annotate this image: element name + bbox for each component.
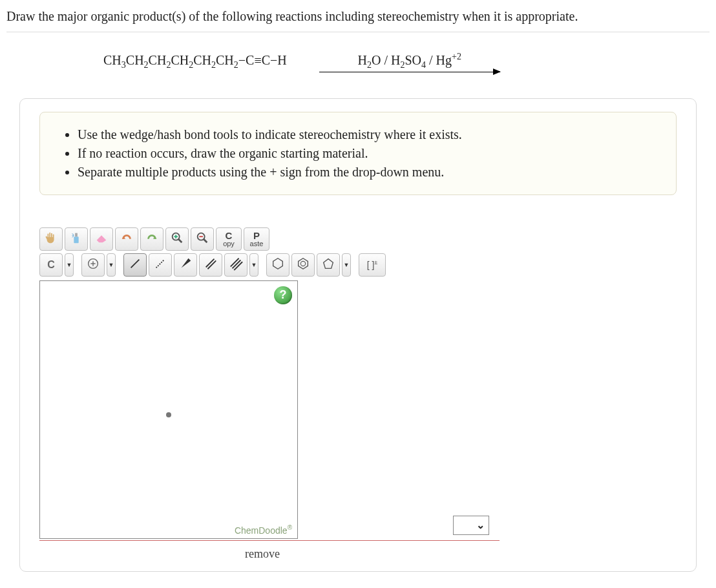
paste-label-bottom: aste — [250, 240, 264, 247]
pentagon-icon — [321, 257, 335, 273]
help-button[interactable]: ? — [274, 286, 292, 304]
copy-label-bottom: opy — [223, 240, 235, 247]
chevron-down-icon: ▼ — [251, 262, 257, 268]
zoom-in-icon — [170, 231, 184, 247]
reaction-scheme: CH3CH2CH2CH2CH2CH2−C≡C−H H2O / H2SO4 / H… — [103, 52, 710, 72]
chemdoodle-brand: ChemDoodle® — [235, 524, 292, 536]
copy-label-top: C — [226, 231, 233, 240]
recessed-bond-tool[interactable] — [149, 253, 172, 277]
zoom-out-button[interactable] — [191, 227, 214, 251]
cyclohexane-tool[interactable] — [266, 253, 290, 277]
question-text: Draw the major organic product(s) of the… — [6, 5, 710, 32]
reaction-conditions: H2O / H2SO4 / Hg+2 — [358, 52, 461, 70]
svg-marker-20 — [299, 258, 308, 269]
reactant-formula: CH3CH2CH2CH2CH2CH2−C≡C−H — [103, 53, 287, 70]
svg-line-7 — [204, 238, 207, 242]
bracket-tool[interactable]: [ ]± — [359, 253, 386, 277]
instructions-list: Use the wedge/hash bond tools to indicat… — [59, 125, 657, 182]
move-tool[interactable] — [39, 227, 63, 251]
drawing-canvas[interactable]: ? ChemDoodle® — [39, 280, 298, 539]
triple-bond-icon — [229, 257, 243, 273]
triple-bond-tool[interactable] — [224, 253, 247, 277]
svg-point-21 — [300, 261, 305, 266]
atom-placeholder[interactable] — [166, 412, 171, 417]
plus-sign-dropdown[interactable]: ⌄ — [453, 516, 489, 535]
chevron-down-icon: ⌄ — [476, 519, 485, 531]
charge-tool[interactable] — [81, 253, 105, 277]
instructions-box: Use the wedge/hash bond tools to indicat… — [39, 112, 677, 195]
svg-line-13 — [156, 259, 165, 268]
toolbar-row-1: C opy P aste — [39, 227, 500, 251]
cyclopentane-tool[interactable] — [317, 253, 340, 277]
ring-dropdown[interactable]: ▼ — [342, 253, 351, 277]
instruction-item: If no reaction occurs, draw the organic … — [78, 144, 657, 163]
bracket-label: [ ]± — [367, 259, 378, 270]
clear-tool[interactable] — [65, 227, 88, 251]
benzene-icon — [296, 257, 310, 273]
svg-rect-1 — [75, 233, 78, 236]
wedge-bond-icon — [178, 257, 193, 273]
chevron-down-icon: ▼ — [67, 262, 72, 268]
chevron-down-icon: ▼ — [344, 262, 350, 268]
drawing-widget: C opy P aste C ▼ ▼ — [39, 227, 500, 561]
svg-line-12 — [131, 259, 140, 268]
answer-container: Use the wedge/hash bond tools to indicat… — [19, 98, 697, 572]
wedge-bond-tool[interactable] — [174, 253, 197, 277]
hexagon-icon — [271, 257, 285, 273]
spray-icon — [69, 231, 83, 247]
element-dropdown[interactable]: ▼ — [65, 253, 74, 277]
hand-icon — [44, 231, 58, 247]
element-label: C — [47, 259, 55, 271]
toolbar-row-2: C ▼ ▼ ▼ — [39, 253, 500, 277]
remove-row: remove — [39, 540, 500, 561]
element-picker[interactable]: C — [39, 253, 63, 277]
erase-tool[interactable] — [90, 227, 113, 251]
svg-rect-0 — [74, 236, 78, 243]
undo-button[interactable] — [115, 227, 138, 251]
chevron-down-icon: ▼ — [109, 262, 114, 268]
benzene-tool[interactable] — [291, 253, 315, 277]
zoom-out-icon — [195, 231, 209, 247]
redo-icon — [145, 231, 159, 247]
svg-marker-22 — [324, 258, 333, 268]
reaction-arrow-group: H2O / H2SO4 / Hg+2 — [319, 52, 500, 72]
remove-link[interactable]: remove — [245, 547, 280, 560]
dotted-bond-icon — [153, 257, 167, 273]
brand-suffix: ® — [288, 524, 292, 531]
double-bond-icon — [204, 257, 218, 273]
brand-text: ChemDoodle — [235, 525, 288, 536]
paste-button[interactable]: P aste — [244, 227, 269, 251]
svg-line-3 — [178, 238, 182, 242]
eraser-icon — [94, 231, 109, 247]
paste-label-top: P — [253, 231, 260, 240]
double-bond-tool[interactable] — [199, 253, 222, 277]
copy-button[interactable]: C opy — [216, 227, 242, 251]
bond-dropdown[interactable]: ▼ — [249, 253, 258, 277]
zoom-in-button[interactable] — [165, 227, 189, 251]
single-bond-tool[interactable] — [123, 253, 147, 277]
single-bond-icon — [128, 257, 142, 273]
instruction-item: Use the wedge/hash bond tools to indicat… — [78, 125, 657, 144]
charge-dropdown[interactable]: ▼ — [107, 253, 116, 277]
undo-icon — [120, 231, 134, 247]
redo-button[interactable] — [140, 227, 163, 251]
charge-icon — [86, 257, 100, 273]
instruction-item: Separate multiple products using the + s… — [78, 163, 657, 182]
reaction-arrow — [319, 72, 500, 72]
svg-marker-19 — [273, 258, 283, 269]
